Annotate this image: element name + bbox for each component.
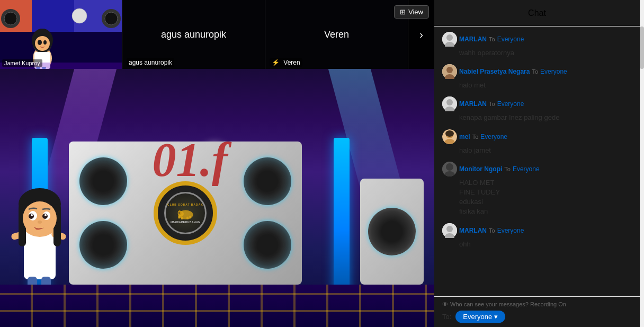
svg-rect-28 [189, 216, 191, 218]
floor [0, 285, 434, 327]
msg-to-4: To [472, 134, 479, 140]
chat-message-3: MARLAN To Everyone kenapa gambar Inez pa… [442, 96, 632, 122]
chat-message-6: MARLAN To Everyone ohh [442, 223, 632, 249]
svg-point-48 [31, 214, 33, 216]
logo-bottom-text: #BAWAPERUBAHAN [171, 220, 201, 224]
msg-text-1: wahh operatornya [459, 48, 632, 58]
msg-to-2: To [532, 68, 538, 75]
speaker2-name-bottom: ⚡ Veren [270, 58, 302, 67]
svg-point-16 [43, 40, 47, 45]
msg-recipient-6: Everyone [497, 227, 524, 234]
top-bar: Jamet Kuproy agus aunuropik agus aunurop… [0, 0, 434, 69]
chat-panel: Chat MARLAN To Everyone wahh operatornya [434, 0, 640, 327]
msg-text-3: kenapa gambar Inez paling gede [459, 113, 632, 122]
chat-messages[interactable]: MARLAN To Everyone wahh operatornya Nabi… [434, 26, 640, 296]
speaker2-name: Veren [324, 29, 349, 40]
svg-point-49 [44, 214, 47, 216]
chat-title: Chat [528, 8, 546, 18]
msg-text-5d: fisika kan [459, 207, 632, 216]
msg-avatar-6 [442, 223, 457, 238]
msg-sender-6: MARLAN [459, 227, 487, 234]
msg-sender-1: MARLAN [459, 36, 487, 43]
chat-footer: 👁 Who can see your messages? Recording O… [434, 296, 640, 327]
chevron-down-icon: ▾ [494, 313, 498, 321]
svg-point-68 [446, 226, 453, 232]
msg-header-6: MARLAN To Everyone [442, 223, 632, 238]
everyone-button[interactable]: Everyone ▾ [455, 311, 505, 323]
svg-point-43 [23, 201, 57, 235]
main-scene: CLUB SOBAT BADAK [0, 69, 434, 327]
msg-to-3: To [489, 101, 495, 107]
scrollbar[interactable] [640, 0, 644, 327]
speaker1-name-bottom: agus aunuropik [127, 58, 174, 67]
msg-recipient-2: Everyone [540, 68, 567, 75]
cabinet-main: CLUB SOBAT BADAK [69, 142, 302, 285]
msg-text-6: ohh [459, 240, 632, 249]
svg-rect-2 [32, 0, 74, 32]
chat-footer-info: 👁 Who can see your messages? Recording O… [442, 301, 632, 307]
msg-text-5a: HALO MET [459, 178, 632, 188]
view-button[interactable]: ⊞ View [394, 5, 429, 19]
svg-point-15 [38, 40, 42, 45]
logo-top-text: CLUB SOBAT BADAK [167, 203, 203, 206]
thumbnail-label: Jamet Kuproy [2, 59, 42, 67]
msg-recipient-4: Everyone [480, 133, 507, 140]
speaker2-tile: Veren ⚡ Veren [265, 0, 408, 69]
speaker-bottom-left [79, 221, 127, 269]
svg-point-55 [446, 67, 453, 73]
svg-point-65 [446, 163, 453, 171]
speaker1-tile: agus aunuropik agus aunuropik [122, 0, 265, 69]
msg-sender-3: MARLAN [459, 100, 487, 108]
msg-header-2: Nabiel Prasetya Negara To Everyone [442, 64, 632, 79]
msg-text-5c: edukasi [459, 197, 632, 207]
eye-icon: 👁 [442, 301, 448, 307]
svg-point-30 [178, 212, 180, 214]
chat-right: Chat MARLAN To Everyone wahh operatornya [434, 0, 644, 327]
main-speaker-cabinet: CLUB SOBAT BADAK [69, 142, 302, 285]
msg-sender-5: Monitor Ngopi [459, 165, 502, 173]
speaker-top-right [244, 157, 291, 205]
scrollbar-thumb[interactable] [640, 26, 644, 69]
msg-header-3: MARLAN To Everyone [442, 96, 632, 111]
msg-recipient-5: Everyone [513, 165, 540, 173]
chat-message-4: mel To Everyone halo jamet [442, 129, 632, 155]
svg-rect-31 [24, 232, 56, 279]
center-logo: CLUB SOBAT BADAK [154, 181, 217, 245]
chat-to-row: To: Everyone ▾ [442, 311, 632, 323]
speaker-top-left [79, 157, 127, 205]
msg-text-2: halo met [459, 81, 632, 90]
msg-header-1: MARLAN To Everyone [442, 32, 632, 47]
svg-point-14 [35, 36, 50, 51]
svg-rect-26 [181, 216, 183, 219]
msg-header-5: Monitor Ngopi To Everyone [442, 162, 632, 176]
msg-avatar-3 [442, 96, 457, 111]
dj-scene: CLUB SOBAT BADAK [0, 69, 434, 327]
msg-avatar-2 [442, 64, 457, 79]
msg-to-5: To [504, 166, 511, 172]
msg-to-1: To [489, 36, 495, 42]
msg-sender-2: Nabiel Prasetya Negara [459, 68, 530, 75]
msg-recipient-3: Everyone [497, 100, 524, 108]
msg-text-5b: FINE TUDEY [459, 188, 632, 197]
right-speaker [360, 179, 424, 285]
msg-header-4: mel To Everyone [442, 129, 632, 144]
thumbnail-video: Jamet Kuproy [0, 0, 122, 69]
msg-recipient-1: Everyone [497, 36, 524, 43]
right-speaker-cone [368, 208, 416, 255]
chat-message-5: Monitor Ngopi To Everyone HALO MET FINE … [442, 162, 632, 217]
msg-avatar-1 [442, 32, 457, 47]
svg-rect-27 [186, 216, 189, 219]
chat-header: Chat [434, 0, 640, 26]
msg-avatar-5 [442, 162, 457, 176]
svg-point-6 [4, 12, 17, 25]
chat-to-label: To: [442, 313, 451, 321]
rhino-icon [176, 207, 195, 220]
svg-point-58 [446, 99, 453, 105]
msg-avatar-4 [442, 129, 457, 144]
speaker1-name: agus aunuropik [161, 29, 226, 40]
logo-inner: CLUB SOBAT BADAK [164, 192, 207, 234]
speaker-tiles: agus aunuropik agus aunuropik Veren ⚡ Ve… [122, 0, 434, 69]
svg-point-63 [445, 130, 454, 137]
msg-text-4: halo jamet [459, 146, 632, 155]
chat-message-2: Nabiel Prasetya Negara To Everyone halo … [442, 64, 632, 90]
